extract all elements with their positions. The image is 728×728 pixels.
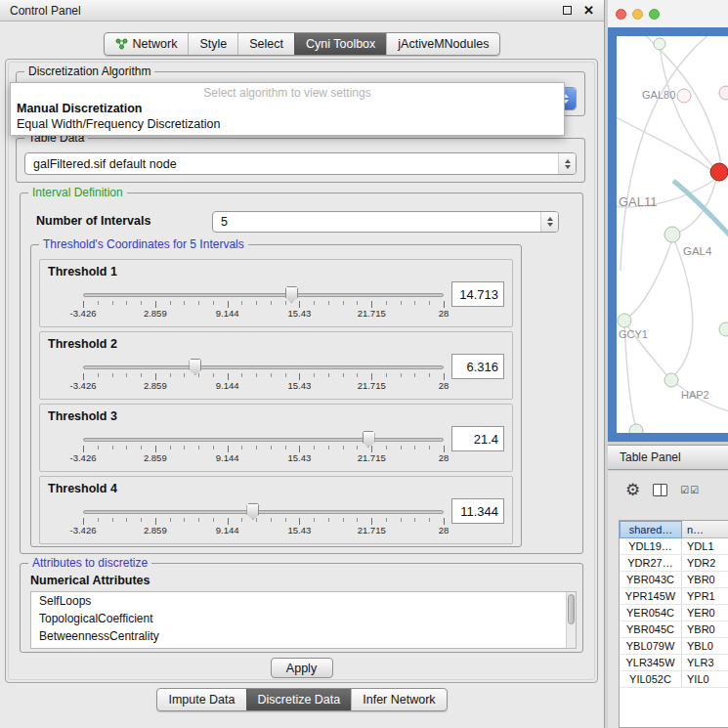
- cell-name[interactable]: YER0: [682, 605, 728, 621]
- cell-shared-name[interactable]: YBL079W: [620, 638, 682, 654]
- cell-shared-name[interactable]: YBR043C: [620, 572, 682, 587]
- window-title: Control Panel: [10, 4, 81, 18]
- traffic-close-icon[interactable]: [616, 9, 626, 20]
- cell-shared-name[interactable]: YIL052C: [620, 671, 682, 687]
- tab-discretize-data[interactable]: Discretize Data: [246, 689, 352, 710]
- cell-shared-name[interactable]: YER054C: [620, 605, 682, 621]
- network-node[interactable]: [654, 38, 665, 50]
- column-header-shared-name[interactable]: shared…: [620, 521, 682, 538]
- num-intervals-label: Number of Intervals: [36, 214, 150, 228]
- close-icon[interactable]: ✕: [583, 4, 594, 17]
- table-row[interactable]: YER054C YER0: [620, 605, 728, 621]
- tab-label: Discretize Data: [258, 693, 341, 707]
- table-row[interactable]: YDL19… YDL1: [620, 538, 728, 555]
- tab-label: Select: [249, 37, 283, 51]
- tab-impute-data[interactable]: Impute Data: [157, 689, 245, 710]
- slider-track[interactable]: [83, 365, 444, 369]
- threshold-3-slider[interactable]: -3.4262.8599.14415.4321.71528: [83, 430, 444, 463]
- highlighted-edge: [673, 181, 728, 237]
- cell-shared-name[interactable]: YLR345W: [620, 655, 682, 670]
- table-data-combobox[interactable]: galFiltered.sif default node: [24, 152, 577, 175]
- threshold-3-block: Threshold 3 -3.4262.8599.14415.4321.7152…: [39, 404, 513, 472]
- dropdown-option-manual[interactable]: Manual Discretization: [11, 101, 564, 116]
- slider-track[interactable]: [83, 293, 444, 297]
- list-scrollbar[interactable]: [566, 592, 576, 648]
- slider-tick-labels: -3.4262.8599.14415.4321.71528: [83, 380, 444, 391]
- cell-name[interactable]: YBR0: [682, 572, 728, 587]
- cell-name[interactable]: YBL0: [682, 638, 728, 654]
- cell-name[interactable]: YLR3: [682, 655, 728, 670]
- table-row[interactable]: YBR045C YBR0: [620, 621, 728, 638]
- network-frame: GAL80 GAL11 GAL4 GCY1 HAP2: [608, 27, 728, 442]
- chevron-updown-icon[interactable]: [540, 212, 558, 232]
- network-node-hap2[interactable]: [664, 373, 678, 387]
- traffic-zoom-icon[interactable]: [649, 9, 660, 20]
- list-item[interactable]: SelfLoops: [31, 592, 576, 610]
- cell-name[interactable]: YIL0: [682, 671, 728, 687]
- apply-button[interactable]: Apply: [271, 658, 333, 678]
- threshold-1-value-field[interactable]: 14.713: [451, 281, 504, 307]
- network-graph: GAL80 GAL11 GAL4 GCY1 HAP2: [617, 36, 728, 433]
- cell-shared-name[interactable]: YPR145W: [620, 588, 682, 604]
- threshold-4-value-field[interactable]: 11.344: [451, 498, 504, 524]
- traffic-minimize-icon[interactable]: [632, 9, 643, 20]
- table-toolbar: ⚙ ☑☑: [625, 479, 700, 500]
- tab-select[interactable]: Select: [237, 33, 294, 55]
- node-label-gal11: GAL11: [619, 194, 658, 209]
- minimize-icon[interactable]: [563, 6, 572, 15]
- cell-shared-name[interactable]: YDL19…: [620, 538, 682, 554]
- table-row[interactable]: YPR145W YPR1: [620, 588, 728, 605]
- network-node[interactable]: [629, 424, 643, 433]
- network-node-gal4[interactable]: [664, 227, 680, 242]
- slider-track[interactable]: [83, 510, 444, 514]
- table-panel-title: Table Panel: [620, 450, 681, 464]
- algorithm-dropdown-popup: Select algorithm to view settings Manual…: [10, 82, 565, 136]
- network-canvas[interactable]: GAL80 GAL11 GAL4 GCY1 HAP2: [617, 36, 728, 433]
- column-header-name[interactable]: n…: [682, 521, 728, 538]
- thresholds-group-label: Threshold's Coordinates for 5 Intervals: [39, 237, 248, 251]
- tab-jactivemnodules[interactable]: jActiveMNodules: [386, 33, 499, 55]
- threshold-3-value-field[interactable]: 21.4: [451, 426, 504, 451]
- scrollbar-thumb[interactable]: [568, 594, 575, 624]
- table-row[interactable]: YBL079W YBL0: [620, 638, 728, 655]
- slider-track[interactable]: [83, 438, 444, 442]
- node-label-gal4: GAL4: [683, 245, 712, 257]
- tab-style[interactable]: Style: [188, 33, 237, 55]
- tab-infer-network[interactable]: Infer Network: [351, 689, 446, 710]
- list-item[interactable]: TopologicalCoefficient: [31, 610, 576, 627]
- cell-shared-name[interactable]: YDR27…: [620, 555, 682, 571]
- cell-name[interactable]: YDR2: [682, 555, 728, 571]
- threshold-2-value-field[interactable]: 6.316: [451, 354, 504, 379]
- top-tabstrip: Network Style Select Cyni Toolbox jActiv…: [104, 32, 501, 56]
- network-node-gal80[interactable]: [677, 89, 691, 103]
- threshold-1-slider[interactable]: -3.4262.8599.14415.4321.71528: [83, 285, 444, 319]
- network-node-gcy1[interactable]: [618, 314, 631, 327]
- threshold-4-slider[interactable]: -3.4262.8599.14415.4321.71528: [83, 502, 444, 535]
- network-node[interactable]: [719, 322, 728, 336]
- table-row[interactable]: YBR043C YBR0: [620, 572, 728, 588]
- dropdown-option-equal-width[interactable]: Equal Width/Frequency Discretization: [11, 116, 564, 132]
- cell-name[interactable]: YBR0: [682, 621, 728, 637]
- slider-tick-labels: -3.4262.8599.14415.4321.71528: [83, 452, 444, 463]
- tab-cyni-toolbox[interactable]: Cyni Toolbox: [294, 33, 386, 55]
- gear-icon[interactable]: ⚙: [625, 482, 640, 498]
- list-item[interactable]: BetweennessCentrality: [31, 627, 576, 645]
- table-row[interactable]: YDR27… YDR2: [620, 555, 728, 572]
- threshold-2-slider[interactable]: -3.4262.8599.14415.4321.71528: [83, 358, 444, 391]
- chevron-updown-icon[interactable]: [558, 153, 576, 174]
- window-controls: [616, 9, 660, 20]
- network-node-red-selected[interactable]: [710, 163, 728, 181]
- network-node[interactable]: [719, 86, 728, 100]
- select-columns-icon[interactable]: ☑☑: [680, 485, 700, 495]
- table-row[interactable]: YIL052C YIL0: [620, 671, 728, 688]
- num-intervals-combobox[interactable]: 5: [212, 211, 559, 233]
- cell-name[interactable]: YDL1: [682, 538, 728, 554]
- cell-name[interactable]: YPR1: [682, 588, 728, 604]
- cell-shared-name[interactable]: YBR045C: [620, 621, 682, 637]
- columns-icon[interactable]: [653, 484, 667, 496]
- table-row[interactable]: YLR345W YLR3: [620, 655, 728, 671]
- tab-network[interactable]: Network: [105, 33, 189, 55]
- interval-definition-label: Interval Definition: [28, 186, 127, 199]
- network-view-window: GAL80 GAL11 GAL4 GCY1 HAP2: [608, 0, 728, 442]
- threshold-2-label: Threshold 2: [48, 337, 117, 351]
